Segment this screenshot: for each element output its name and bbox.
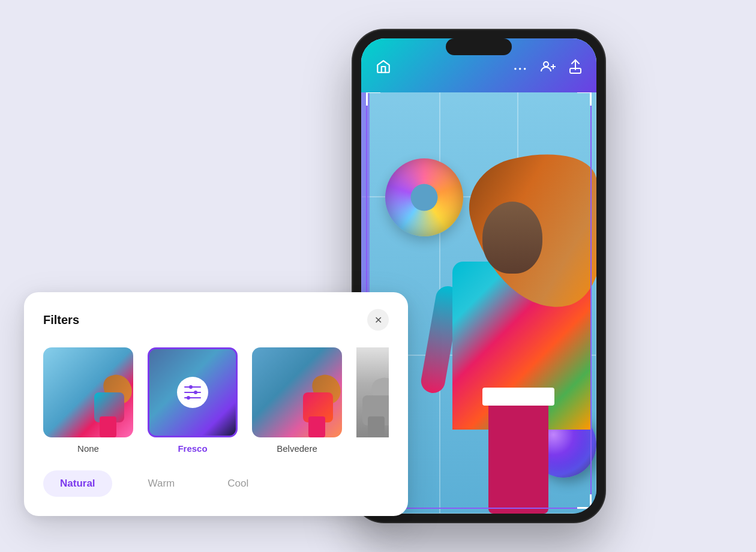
add-contact-icon[interactable] — [540, 59, 557, 77]
tone-cool-button[interactable]: Cool — [211, 470, 265, 497]
filters-header: Filters ✕ — [43, 309, 389, 331]
filters-title: Filters — [43, 313, 79, 327]
filter-label-none: None — [77, 443, 99, 454]
filter-thumbnails-row: None Fresco — [43, 347, 389, 454]
filter-item-none[interactable]: None — [43, 347, 133, 454]
filter-settings-icon-container — [177, 377, 208, 408]
slider-line-1 — [184, 386, 201, 388]
filter-label-belvedere: Belvedere — [277, 443, 317, 454]
slider-line-2 — [184, 392, 201, 393]
filter-label-fresco: Fresco — [178, 443, 207, 454]
close-button[interactable]: ✕ — [367, 309, 389, 331]
phone-notch — [446, 38, 512, 55]
filter-item-fourth[interactable] — [356, 347, 389, 454]
slider-line-3 — [184, 397, 201, 398]
filter-thumb-fresco — [148, 347, 238, 437]
more-icon[interactable]: ●●● — [514, 66, 529, 71]
tone-natural-button[interactable]: Natural — [43, 470, 112, 497]
filter-thumb-belvedere — [252, 347, 342, 437]
filter-thumb-none — [43, 347, 133, 437]
topbar-actions: ●●● — [514, 59, 583, 78]
filter-item-belvedere[interactable]: Belvedere — [252, 347, 342, 454]
svg-point-0 — [544, 62, 548, 67]
sliders-icon — [184, 386, 201, 398]
tone-warm-button[interactable]: Warm — [131, 470, 192, 497]
filter-item-fresco[interactable]: Fresco — [148, 347, 238, 454]
tone-row: Natural Warm Cool — [43, 470, 389, 497]
filter-thumb-fourth — [356, 347, 389, 437]
home-icon[interactable] — [376, 59, 391, 78]
filters-panel: Filters ✕ None — [24, 292, 408, 516]
share-icon[interactable] — [569, 59, 582, 78]
